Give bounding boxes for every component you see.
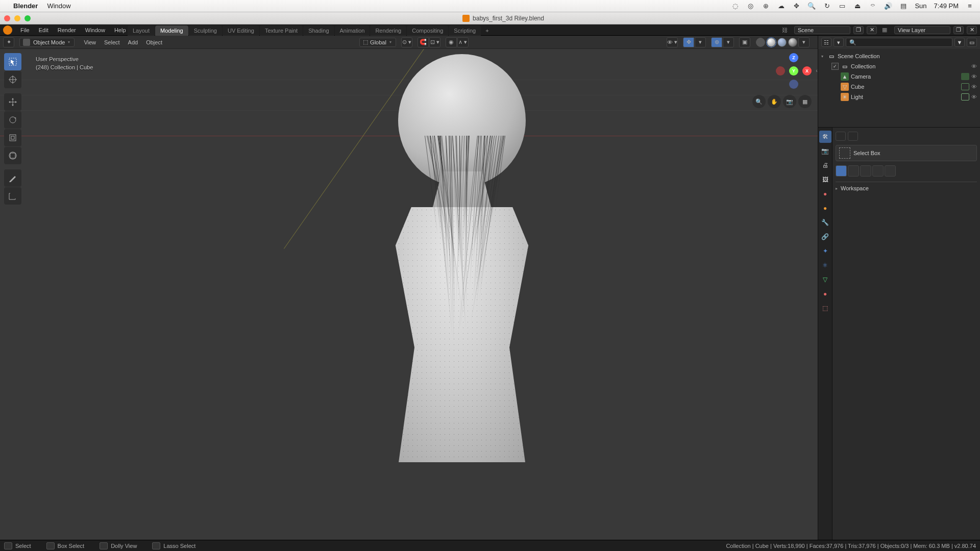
outliner-light[interactable]: ▸☀Light 👁	[818, 92, 980, 102]
blender-logo-icon[interactable]	[3, 26, 12, 35]
select-mode-3[interactable]	[860, 165, 871, 177]
gizmo-z[interactable]: Z	[789, 53, 798, 62]
3d-viewport[interactable]: User Perspective (248) Collection | Cube…	[0, 49, 818, 540]
tool-cursor[interactable]	[4, 71, 21, 88]
menubar-icon-1[interactable]: ◌	[731, 2, 739, 10]
viewport-menu-select[interactable]: Select	[100, 39, 124, 45]
ptab-tool[interactable]: 🛠	[819, 131, 831, 143]
viewlayer-field[interactable]: View Layer	[894, 26, 950, 34]
outliner-scene-collection[interactable]: ▾▭Scene Collection	[818, 51, 980, 61]
menubar-hamburger-icon[interactable]: ≡	[966, 2, 974, 10]
xray-toggle[interactable]: ▣	[739, 37, 750, 47]
nav-gizmo[interactable]: Z Y X ‹	[776, 53, 812, 89]
outliner-search[interactable]: 🔍	[846, 38, 952, 47]
mac-app-name[interactable]: Blender	[13, 2, 38, 10]
scene-delete-button[interactable]: ✕	[867, 26, 877, 34]
tab-texturepaint[interactable]: Texture Paint	[260, 26, 303, 36]
tab-sculpting[interactable]: Sculpting	[189, 26, 222, 36]
shading-lookdev[interactable]	[777, 38, 787, 47]
ptab-physics[interactable]: ⚛	[819, 259, 831, 271]
mac-menu-window[interactable]: Window	[47, 2, 70, 10]
select-mode-5[interactable]	[885, 165, 896, 177]
eye-icon[interactable]: 👁	[971, 94, 977, 100]
menubar-icon-2[interactable]: ◎	[746, 2, 754, 10]
snap-dropdown[interactable]: ⊡▾	[429, 37, 440, 47]
tab-rendering[interactable]: Rendering	[370, 26, 406, 36]
nav-ortho[interactable]: ▦	[798, 95, 812, 108]
tab-compositing[interactable]: Compositing	[407, 26, 448, 36]
tool-transform[interactable]	[4, 147, 21, 164]
timemachine-icon[interactable]: ↻	[823, 2, 831, 10]
eject-icon[interactable]: ⏏	[853, 2, 862, 10]
select-mode-2[interactable]	[848, 165, 859, 177]
close-window-button[interactable]	[4, 15, 10, 21]
tool-measure[interactable]	[4, 187, 21, 205]
ptab-world[interactable]: ●	[819, 202, 831, 214]
wifi-icon[interactable]: ⌔	[869, 2, 877, 10]
menubar-icon-3[interactable]: ⊕	[762, 2, 770, 10]
tab-uvediting[interactable]: UV Editing	[223, 26, 259, 36]
tool-annotate[interactable]	[4, 169, 21, 187]
date-icon[interactable]: ▤	[899, 2, 908, 10]
outliner-new-collection[interactable]: ▭	[967, 38, 977, 47]
properties-pin-button[interactable]	[848, 132, 858, 141]
nav-camera[interactable]: 📷	[783, 95, 796, 108]
viewlayer-new-button[interactable]: ❐	[953, 26, 964, 34]
ptab-modifier[interactable]: 🔗	[819, 231, 831, 243]
tab-modeling[interactable]: Modeling	[155, 26, 188, 36]
tab-add-button[interactable]: +	[481, 26, 493, 36]
gizmo-neg-x[interactable]	[776, 66, 785, 76]
ptab-viewlayer[interactable]: 🖼	[819, 173, 831, 186]
zoom-window-button[interactable]	[24, 15, 31, 21]
properties-type-button[interactable]	[836, 132, 846, 141]
viewport-menu-view[interactable]: View	[80, 39, 100, 45]
viewport-menu-add[interactable]: Add	[124, 39, 142, 45]
eye-icon[interactable]: 👁	[971, 63, 977, 69]
select-mode-4[interactable]	[872, 165, 884, 177]
menu-window[interactable]: Window	[81, 26, 109, 35]
shading-solid[interactable]	[767, 38, 776, 47]
gizmo-dropdown[interactable]: ▾	[695, 37, 706, 47]
spotlight-icon[interactable]: 🔍	[807, 2, 816, 10]
gizmo-neg-z[interactable]	[789, 80, 798, 89]
menubar-icon-5[interactable]: ✥	[792, 2, 800, 10]
ptab-object[interactable]: 🔧	[819, 216, 831, 229]
snap-toggle[interactable]: 🧲	[418, 37, 429, 47]
minimize-window-button[interactable]	[14, 15, 20, 21]
shading-dropdown[interactable]: ▾	[798, 37, 810, 47]
menu-render[interactable]: Render	[54, 26, 80, 35]
tab-layout[interactable]: Layout	[128, 26, 155, 36]
display-icon[interactable]: ▭	[838, 2, 846, 10]
gizmo-toggle[interactable]: ✥	[683, 37, 694, 47]
select-mode-1[interactable]	[836, 165, 847, 177]
outliner-type-button[interactable]: ☷	[821, 38, 831, 47]
ptab-data[interactable]: ●	[819, 288, 831, 300]
propedit-dropdown[interactable]: ∧▾	[457, 37, 469, 47]
tab-shading[interactable]: Shading	[303, 26, 334, 36]
eye-icon[interactable]: 👁	[971, 73, 977, 80]
menu-edit[interactable]: Edit	[35, 26, 53, 35]
ptab-material[interactable]: ⬚	[819, 302, 831, 314]
nav-pan[interactable]: ✋	[768, 95, 781, 108]
nav-zoom[interactable]: 🔍	[752, 95, 766, 108]
pivot-dropdown[interactable]: ⊙▾	[401, 37, 412, 47]
tool-scale[interactable]	[4, 129, 21, 146]
tool-rotate[interactable]	[4, 111, 21, 129]
mesh-object[interactable]	[357, 54, 561, 513]
menubar-icon-4[interactable]: ☁	[777, 2, 785, 10]
ptab-scene[interactable]: ●	[819, 188, 831, 200]
overlays-toggle[interactable]: ⊚	[711, 37, 722, 47]
ptab-particle[interactable]: ✦	[819, 245, 831, 257]
orientation-dropdown[interactable]: ⬚Global▾	[359, 38, 396, 47]
overlays-dropdown[interactable]: ▾	[723, 37, 734, 47]
shading-wireframe[interactable]	[756, 38, 765, 47]
active-tool-display[interactable]: Select Box	[836, 145, 977, 161]
menu-file[interactable]: File	[16, 26, 34, 35]
workspace-panel[interactable]: ▸Workspace	[836, 182, 977, 194]
outliner-cube[interactable]: ▸▽Cube 👁	[818, 82, 980, 92]
gizmo-x[interactable]: X	[802, 66, 812, 76]
ptab-render[interactable]: 📷	[819, 145, 831, 157]
outliner-filter-button[interactable]: ▼	[954, 38, 965, 47]
outliner-collection[interactable]: ▾✓▭Collection 👁	[818, 61, 980, 71]
eye-icon[interactable]: 👁	[971, 84, 977, 90]
